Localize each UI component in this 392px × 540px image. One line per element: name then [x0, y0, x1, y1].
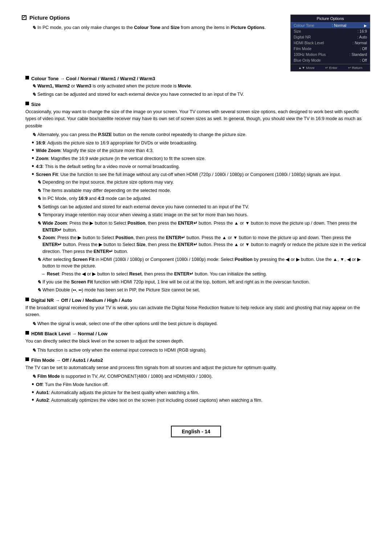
sub-note-2-text: The items available may differ depending…: [42, 187, 171, 194]
po-label-film-mode: Film Mode: [294, 46, 311, 51]
reset-line-text: Reset: Press the ◀ or ▶ button to select…: [47, 271, 267, 278]
po-footer-return: ↩ Return: [348, 66, 362, 70]
po-title: Picture Options: [291, 15, 370, 22]
sub-note-widezoom-text: Wide Zoom: Press the ▶ button to Select …: [42, 220, 370, 234]
po-arrow-colour-tone: ▶: [364, 24, 367, 28]
hdmi-black-section: HDMI Black Level → Normal / Low You can …: [22, 331, 370, 354]
po-row-hdmi-black: HDMI Black Level : Normal: [291, 40, 370, 46]
bullet-dot-169: [32, 142, 34, 143]
hdmi-black-subsection: HDMI Black Level → Normal / Low: [25, 331, 370, 336]
film-bullet-auto2: Auto2: Automatically optimizes the video…: [32, 397, 370, 404]
colour-tone-note2-text: Settings can be adjusted and stored for …: [37, 91, 244, 98]
film-mode-subsection: Film Mode → Off / Auto1 / Auto2: [25, 357, 370, 363]
sub-note-widezoom: ✎ Wide Zoom: Press the ▶ button to Selec…: [37, 220, 370, 234]
colour-tone-note1: ✎ Warm1, Warm2 or Warm3 is only activate…: [32, 83, 370, 90]
header-row: Picture Options ✎ In PC mode, you can on…: [22, 15, 370, 71]
bullet-widezoom-text: Wide Zoom: Magnify the size of the pictu…: [36, 147, 154, 154]
sub-note-3-text: In PC Mode, only 16:9 and 4:3 mode can b…: [42, 195, 151, 202]
po-label-hdmi-black: HDMI Black Level: [294, 41, 324, 45]
sub-note-720p: ✎ If you use the Screen Fit function wit…: [37, 279, 370, 286]
size-subsection: Size: [25, 102, 370, 107]
bullet-dot-screenfit: [32, 173, 34, 175]
bullet-screenfit: Screen Fit: Use the function to see the …: [32, 171, 370, 178]
po-row-blue-only: Blue Only Mode : Off: [291, 57, 370, 63]
film-bullet-off-text: Off: Turn the Film Mode function off.: [36, 381, 109, 388]
note-icon-sf-detail: ✎: [37, 256, 41, 263]
note-icon-sn5: ✎: [37, 212, 41, 219]
bullet-dot-off: [32, 383, 34, 385]
note-icon-pip: ✎: [37, 287, 41, 294]
colour-tone-section: Colour Tone → Cool / Normal / Warm1 / Wa…: [22, 76, 370, 98]
film-bullet-off: Off: Turn the Film Mode function off.: [32, 381, 370, 388]
note-icon-dnr: ✎: [32, 320, 36, 328]
section-title-text: Picture Options: [29, 15, 70, 21]
sub-note-5-text: Temporary image retention may occur when…: [42, 212, 248, 218]
black-square-dnr: [25, 298, 29, 301]
film-mode-note: ✎ Film Mode is supported in TV, AV, COMP…: [32, 373, 370, 380]
po-row-digital-nr: Digital NR : Auto: [291, 34, 370, 40]
bullet-screenfit-text: Screen Fit: Use the function to see the …: [36, 171, 341, 178]
black-square-colour-tone: [25, 76, 29, 79]
footer-bar: English - 14: [22, 426, 370, 437]
film-mode-section: Film Mode → Off / Auto1 / Auto2 The TV c…: [22, 357, 370, 404]
bullet-43: 4:3: This is the default setting for a v…: [32, 163, 370, 170]
digital-nr-label: Digital NR → Off / Low / Medium / High /…: [31, 298, 132, 303]
film-bullet-auto1: Auto1: Automatically adjusts the picture…: [32, 389, 370, 396]
black-square-film: [25, 357, 29, 361]
note-icon-ct2: ✎: [32, 91, 36, 98]
po-row-film-mode: Film Mode : Off: [291, 46, 370, 52]
size-label: Size: [31, 102, 41, 107]
sub-note-screenfit-detail: ✎ After selecting Screen Fit in HDMI (10…: [37, 256, 370, 270]
bullet-zoom-text: Zoom: Magnifies the 16:9 wide picture (i…: [36, 155, 206, 162]
sub-note-720p-text: If you use the Screen Fit function with …: [42, 279, 310, 286]
po-label-100hz: 100Hz Motion Plus: [294, 52, 326, 57]
sub-note-2: ✎ The items available may differ dependi…: [37, 187, 370, 195]
digital-nr-note: ✎ When the signal is weak, select one of…: [32, 320, 370, 328]
bullet-169-text: 16:9: Adjusts the picture size to 16:9 a…: [36, 140, 197, 147]
po-row-100hz: 100Hz Motion Plus : Standard: [291, 52, 370, 57]
po-row-size: Size : 16:9: [291, 28, 370, 34]
colour-tone-note2: ✎ Settings can be adjusted and stored fo…: [32, 91, 370, 98]
reset-line: – Reset: Press the ◀ or ▶ button to sele…: [42, 271, 370, 278]
note-icon-720p: ✎: [37, 279, 41, 286]
psize-note: ✎ Alternately, you can press the P.SIZE …: [32, 131, 370, 139]
hdmi-black-label: HDMI Black Level → Normal / Low: [31, 331, 107, 336]
sub-note-sf-detail-text: After selecting Screen Fit in HDMI (1080…: [42, 256, 370, 270]
sub-note-4: ✎ Settings can be adjusted and stored fo…: [37, 204, 370, 211]
bullet-zoom: Zoom: Magnifies the 16:9 wide picture (i…: [32, 155, 370, 162]
film-mode-body: The TV can be set to automatically sense…: [25, 364, 370, 371]
sub-note-pip-text: When Double (▪▪, ▪▪) mode has been set i…: [42, 287, 200, 294]
po-label-digital-nr: Digital NR: [294, 35, 311, 39]
bullet-widezoom: Wide Zoom: Magnify the size of the pictu…: [32, 147, 370, 154]
footer-box: English - 14: [171, 426, 221, 437]
hdmi-black-note: ✎ This function is active only when the …: [32, 347, 370, 354]
po-footer: ▲▼ Move ↵ Enter ↩ Return: [291, 64, 370, 71]
intro-note-text: In PC mode, you can only make changes to…: [37, 24, 266, 31]
po-row-colour-tone: Colour Tone : Normal ▶: [291, 22, 370, 28]
black-square-size: [25, 102, 29, 105]
black-square-hdmi: [25, 331, 29, 335]
note-icon-hdmi: ✎: [32, 347, 36, 354]
colour-tone-subsection: Colour Tone → Cool / Normal / Warm1 / Wa…: [25, 76, 370, 81]
sub-note-zoom-detail: ✎ Zoom: Press the ▶ button to Select Pos…: [37, 234, 370, 255]
note-icon-sn2: ✎: [37, 187, 41, 195]
sub-note-1: ✎ Depending on the input source, the pic…: [37, 179, 370, 186]
po-label-size: Size: [294, 29, 301, 33]
note-icon-widezoom: ✎: [37, 220, 41, 227]
sub-note-zoom-detail-text: Zoom: Press the ▶ button to Select Posit…: [42, 234, 370, 255]
digital-nr-section: Digital NR → Off / Low / Medium / High /…: [22, 298, 370, 327]
hdmi-black-body: You can directly select the black level …: [25, 338, 370, 345]
film-mode-label: Film Mode → Off / Auto1 / Auto2: [31, 357, 103, 363]
sub-note-1-text: Depending on the input source, the pictu…: [42, 179, 174, 186]
po-footer-move: ▲▼ Move: [298, 66, 315, 70]
bullet-43-text: 4:3: This is the default setting for a v…: [36, 163, 180, 170]
size-body: Occasionally, you may want to change the…: [25, 109, 370, 130]
colour-tone-note1-text: Warm1, Warm2 or Warm3 is only activated …: [37, 83, 192, 90]
note-icon-intro: ✎: [32, 24, 36, 32]
bullet-dot-zoom: [32, 157, 34, 159]
intro-note-line: ✎ In PC mode, you can only make changes …: [32, 24, 283, 32]
colour-tone-label: Colour Tone → Cool / Normal / Warm1 / Wa…: [31, 76, 155, 81]
picture-options-box: Picture Options Colour Tone : Normal ▶ S…: [290, 15, 370, 71]
size-section: Size Occasionally, you may want to chang…: [22, 102, 370, 294]
film-bullet-auto2-text: Auto2: Automatically optimizes the video…: [36, 397, 262, 404]
